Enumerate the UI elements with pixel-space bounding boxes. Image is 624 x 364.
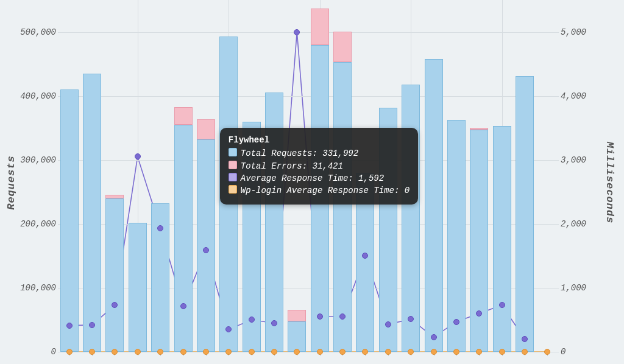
bar-slot[interactable]: [447, 0, 466, 352]
y-left-tick-label: 500,000: [20, 27, 56, 37]
bar-total-errors[interactable]: [288, 310, 306, 321]
bar-total-requests[interactable]: [105, 198, 124, 352]
wp-login-dot[interactable]: [431, 349, 437, 355]
wp-login-dot[interactable]: [271, 349, 277, 355]
bar-total-requests[interactable]: [447, 120, 466, 352]
y-right-tick-label: 1,000: [561, 283, 586, 293]
tooltip-row-avg: Average Response Time: 1,592: [229, 172, 410, 184]
gridline-h: [58, 352, 559, 352]
bar-total-errors[interactable]: [333, 32, 352, 62]
y-left-tick-label: 0: [51, 347, 56, 357]
bar-total-requests[interactable]: [425, 59, 443, 352]
wp-login-dot[interactable]: [157, 349, 163, 355]
avg-response-dot[interactable]: [408, 316, 414, 322]
bar-total-requests[interactable]: [60, 89, 79, 352]
chart-stage: Requests Milliseconds 0100,000200,000300…: [0, 0, 624, 364]
bar-total-requests[interactable]: [493, 126, 511, 352]
bar-slot[interactable]: [538, 0, 556, 352]
bar-total-requests[interactable]: [333, 62, 352, 352]
avg-response-dot[interactable]: [317, 313, 323, 320]
wp-login-dot[interactable]: [385, 349, 391, 355]
tooltip-row-requests: Total Requests: 331,992: [229, 147, 410, 159]
bar-total-requests[interactable]: [516, 76, 534, 352]
y-right-tick-label: 5,000: [561, 27, 586, 37]
bar-total-errors[interactable]: [174, 107, 193, 125]
tooltip-row-wp: Wp-login Average Response Time: 0: [229, 184, 410, 197]
wp-login-dot[interactable]: [499, 349, 505, 355]
wp-login-dot[interactable]: [362, 349, 368, 355]
avg-response-dot[interactable]: [203, 247, 209, 253]
wp-login-dot[interactable]: [66, 349, 73, 355]
y-left-tick-label: 400,000: [20, 91, 56, 101]
avg-response-dot[interactable]: [294, 29, 300, 35]
avg-response-dot[interactable]: [66, 323, 73, 329]
bar-total-requests[interactable]: [402, 85, 420, 352]
bar-slot[interactable]: [60, 0, 79, 352]
avg-response-dot[interactable]: [522, 336, 528, 342]
avg-response-dot[interactable]: [89, 322, 95, 328]
avg-response-dot[interactable]: [225, 326, 232, 332]
bar-total-requests[interactable]: [83, 74, 101, 352]
wp-login-dot[interactable]: [225, 349, 232, 355]
wp-login-dot[interactable]: [203, 349, 209, 355]
bar-total-requests[interactable]: [174, 125, 193, 352]
wp-login-dot[interactable]: [522, 349, 528, 355]
bar-slot[interactable]: [129, 0, 147, 352]
bar-slot[interactable]: [151, 0, 169, 352]
avg-response-dot[interactable]: [180, 303, 186, 309]
avg-response-dot[interactable]: [431, 334, 437, 340]
bar-total-requests[interactable]: [288, 321, 306, 352]
wp-login-dot[interactable]: [317, 349, 323, 355]
bar-slot[interactable]: [174, 0, 193, 352]
wp-login-dot[interactable]: [453, 349, 459, 355]
y-right-tick-label: 0: [561, 347, 566, 357]
wp-login-dot[interactable]: [476, 349, 482, 355]
wp-login-dot[interactable]: [408, 349, 414, 355]
wp-login-dot[interactable]: [89, 349, 95, 355]
swatch-requests-icon: [229, 148, 237, 156]
bar-total-requests[interactable]: [129, 223, 147, 352]
bar-total-errors[interactable]: [470, 128, 488, 130]
avg-response-dot[interactable]: [453, 319, 459, 325]
wp-login-dot[interactable]: [339, 349, 346, 355]
bar-slot[interactable]: [83, 0, 101, 352]
swatch-avg-icon: [229, 173, 237, 181]
bar-total-errors[interactable]: [105, 195, 124, 198]
tooltip-title: Flywheel: [229, 134, 410, 146]
chart-tooltip: Flywheel Total Requests: 331,992 Total E…: [220, 128, 418, 204]
y-axis-left-title: Requests: [5, 155, 17, 210]
avg-response-dot[interactable]: [135, 153, 141, 159]
wp-login-dot[interactable]: [544, 349, 550, 355]
bar-total-requests[interactable]: [197, 139, 215, 352]
bar-slot[interactable]: [197, 0, 215, 352]
avg-response-dot[interactable]: [339, 313, 346, 320]
wp-login-dot[interactable]: [135, 349, 141, 355]
avg-response-dot[interactable]: [362, 253, 368, 259]
bar-slot[interactable]: [425, 0, 443, 352]
wp-login-dot[interactable]: [112, 349, 118, 355]
bar-total-errors[interactable]: [311, 9, 329, 45]
y-axis-right-title: Milliseconds: [604, 142, 615, 223]
avg-response-dot[interactable]: [476, 310, 482, 317]
avg-response-dot[interactable]: [385, 321, 391, 327]
avg-response-dot[interactable]: [157, 225, 163, 231]
bar-slot[interactable]: [516, 0, 534, 352]
y-left-tick-label: 300,000: [20, 155, 56, 165]
bar-total-requests[interactable]: [470, 130, 488, 352]
avg-response-dot[interactable]: [249, 317, 255, 323]
y-right-tick-label: 4,000: [561, 91, 586, 101]
avg-response-dot[interactable]: [499, 302, 505, 308]
bar-slot[interactable]: [105, 0, 124, 352]
avg-response-dot[interactable]: [112, 302, 118, 308]
avg-response-dot[interactable]: [271, 320, 277, 326]
tooltip-row-errors: Total Errors: 31,421: [229, 160, 410, 172]
swatch-errors-icon: [229, 161, 237, 169]
wp-login-dot[interactable]: [249, 349, 255, 355]
wp-login-dot[interactable]: [180, 349, 186, 355]
bar-total-errors[interactable]: [197, 119, 215, 139]
bar-slot[interactable]: [470, 0, 488, 352]
y-left-tick-label: 100,000: [20, 283, 56, 293]
wp-login-dot[interactable]: [294, 349, 300, 355]
y-right-tick-label: 2,000: [561, 219, 586, 229]
bar-slot[interactable]: [493, 0, 511, 352]
